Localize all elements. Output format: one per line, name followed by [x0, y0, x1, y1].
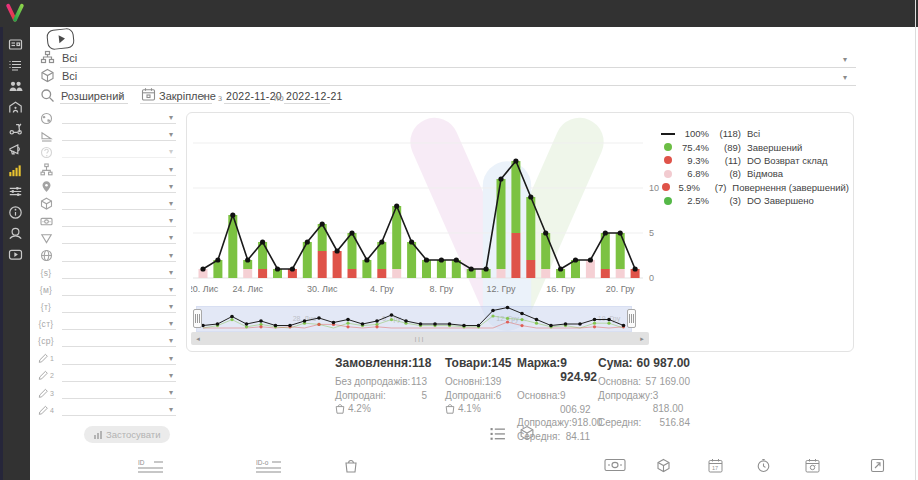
question-circle-icon [38, 145, 54, 159]
chart-scrollbar[interactable]: ◂ ||| ▸ [191, 332, 649, 345]
filter-select-caret-icon[interactable]: ▾ [169, 285, 173, 294]
legend-item-5[interactable]: 5.9%(7)Повернення (завершений) [659, 181, 849, 194]
app-logo-icon[interactable] [4, 2, 26, 24]
stat-column-1: Замовлення:118Без допродажів:113Допродан… [335, 356, 427, 416]
filter-select-caret-icon[interactable]: ▾ [169, 251, 173, 260]
filter-select-caret-icon[interactable]: ▾ [169, 113, 173, 122]
bag-report-icon[interactable] [344, 458, 358, 473]
upsell-bag-icon [445, 403, 455, 414]
sidebar-item-delivery-scooter[interactable] [0, 118, 30, 139]
filter-select[interactable] [62, 175, 176, 176]
minimap-right-handle[interactable] [627, 309, 636, 328]
filter-select-caret-icon[interactable]: ▾ [169, 388, 173, 397]
products-cube-toggle-icon[interactable] [519, 425, 535, 441]
filter-select[interactable] [62, 209, 176, 210]
svg-text:10: 10 [649, 183, 659, 193]
filter-select-caret-icon[interactable]: ▾ [169, 405, 173, 414]
filter-select[interactable] [62, 261, 176, 262]
scroll-right-arrow-icon[interactable]: ▸ [635, 335, 649, 343]
apply-button[interactable]: Застосувати [84, 426, 170, 443]
money-report-icon[interactable] [604, 458, 626, 472]
sidebar-item-warehouse[interactable] [0, 97, 30, 118]
filter-select[interactable] [62, 123, 176, 124]
product-caret-icon[interactable]: ▾ [843, 73, 847, 82]
orders-id-report-icon[interactable]: ID [138, 458, 164, 475]
date-to-field[interactable]: 2022-12-21 [286, 90, 343, 102]
summary-list-toggle-icon[interactable] [490, 426, 506, 442]
division-select[interactable]: Всі [62, 52, 77, 64]
filter-select[interactable] [62, 381, 176, 382]
filter-select-caret-icon[interactable]: ▾ [169, 354, 173, 363]
filter-select[interactable] [62, 346, 176, 347]
sidebar-item-clients[interactable] [0, 76, 30, 97]
stat-subrow-label: Середня: [598, 416, 641, 430]
filter-select[interactable] [62, 364, 176, 365]
stat-subrow-value: 3 818.00 [653, 389, 690, 416]
filter-select[interactable] [62, 140, 176, 141]
filter-select[interactable] [62, 295, 176, 296]
sidebar-item-dashboard-card[interactable] [0, 34, 30, 55]
filter-select-caret-icon[interactable]: ▾ [169, 182, 173, 191]
legend-item-1[interactable]: 100%(118)Всі [659, 127, 849, 140]
search-mode-select[interactable]: Розширений [61, 90, 124, 102]
filter-select-caret-icon[interactable]: ▾ [169, 336, 173, 345]
division-caret-icon[interactable]: ▾ [843, 55, 847, 64]
calendar-17-report-icon[interactable]: 17 [708, 458, 723, 473]
filter-select-caret-icon[interactable]: ▾ [169, 268, 173, 277]
warehouse-icon [8, 100, 23, 115]
filter-select-caret-icon[interactable]: ▾ [169, 130, 173, 139]
filter-select-caret-icon[interactable]: ▾ [169, 302, 173, 311]
sidebar-item-info[interactable] [0, 202, 30, 223]
filter-select-caret-icon[interactable]: ▾ [169, 165, 173, 174]
sidebar-item-settings-sliders[interactable] [0, 181, 30, 202]
legend-count: (8) [709, 168, 741, 179]
filter-select[interactable] [62, 312, 176, 313]
scroll-left-arrow-icon[interactable]: ◂ [191, 335, 205, 343]
filter-select[interactable] [62, 329, 176, 330]
filter-select[interactable] [62, 398, 176, 399]
legend-item-4[interactable]: 6.8%(8)Відмова [659, 167, 849, 180]
sidebar-item-video-tutorials[interactable] [0, 244, 30, 265]
sidebar-item-announcement-megaphone[interactable] [0, 139, 30, 160]
filter-select[interactable] [62, 157, 176, 158]
search-mode-caret-icon[interactable]: ▾ [119, 92, 123, 101]
filter-select[interactable] [62, 243, 176, 244]
legend-item-2[interactable]: 75.4%(89)Завершений [659, 140, 849, 153]
filter-row-16: 2▾ [36, 368, 176, 385]
minimap-left-handle[interactable] [193, 309, 202, 328]
scrollbar-grip[interactable]: ||| [415, 336, 426, 342]
sidebar-item-analytics-bars[interactable] [0, 160, 30, 181]
chart-legend: 100%(118)Всі75.4%(89)Завершений9.3%(11)D… [659, 127, 849, 207]
stat-subrow-label: Допродані: [445, 389, 496, 403]
period-mode-select[interactable]: Закріплене [159, 90, 216, 102]
package-report-icon[interactable] [656, 458, 671, 473]
legend-item-3[interactable]: 9.3%(11)DO Возврат склад [659, 154, 849, 167]
calendar-sync-report-icon[interactable] [805, 458, 820, 473]
legend-count: (11) [709, 155, 741, 166]
period-mode-caret-icon[interactable]: ▾ [202, 92, 206, 101]
filter-select[interactable] [62, 192, 176, 193]
chart-minimap[interactable]: 28. Лис5. Гру12. Гру19. Гру [193, 305, 649, 331]
orders-id-o-report-icon[interactable]: ID-o [256, 458, 282, 475]
filter-select-caret-icon[interactable]: ▾ [169, 371, 173, 380]
filter-select-caret-icon[interactable]: ▾ [169, 199, 173, 208]
sidebar-item-orders-list[interactable] [0, 55, 30, 76]
delivery-scooter-icon [8, 121, 23, 136]
filter-select[interactable] [62, 278, 176, 279]
video-help-icon[interactable] [46, 28, 75, 51]
pencil-icon: 1 [38, 352, 54, 366]
filter-select[interactable] [62, 226, 176, 227]
svg-text:0: 0 [649, 273, 654, 283]
product-select[interactable]: Всі [62, 70, 77, 82]
legend-item-6[interactable]: 2.5%(3)DO Завершено [659, 194, 849, 207]
filter-select-caret-icon[interactable]: ▾ [169, 233, 173, 242]
sidebar-item-partners-globe[interactable] [0, 223, 30, 244]
time-report-icon[interactable] [756, 458, 771, 473]
filter-select-caret-icon[interactable]: ▾ [169, 216, 173, 225]
filter-select[interactable] [62, 415, 176, 416]
filter-select-caret-icon[interactable]: ▾ [169, 147, 173, 156]
filter-select-caret-icon[interactable]: ▾ [169, 319, 173, 328]
pencil-icon: 3 [38, 386, 54, 400]
orders-chart[interactable]: 051020. Лис24. Лис30. Лис4. Гру8. Гру12.… [191, 119, 661, 299]
export-report-icon[interactable] [870, 458, 885, 473]
